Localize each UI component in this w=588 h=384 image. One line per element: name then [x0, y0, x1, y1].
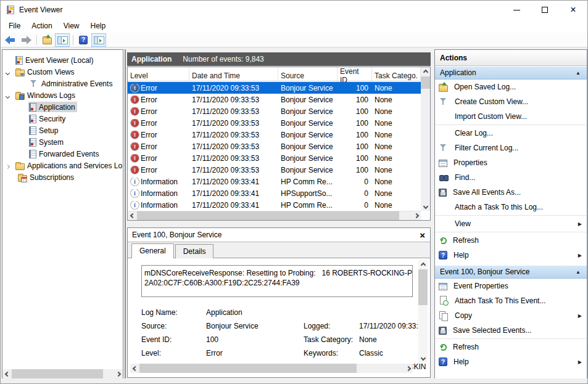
scrollbar-thumb[interactable]: [418, 269, 428, 305]
action-properties[interactable]: Properties: [435, 155, 587, 170]
tree-item-subscriptions[interactable]: Subscriptions: [2, 171, 123, 183]
close-button[interactable]: ×: [559, 1, 587, 19]
chevron-left-icon: [130, 213, 135, 218]
tree-label: Forwarded Events: [39, 150, 99, 158]
menu-action[interactable]: Action: [26, 20, 57, 32]
event-row[interactable]: Error 17/11/2020 09:33:53 Bonjour Servic…: [128, 152, 421, 164]
collapse-icon[interactable]: ▲: [576, 269, 581, 275]
action-attach-task-to-event[interactable]: Attach Task To This Event...: [435, 293, 587, 308]
forward-button[interactable]: [19, 33, 33, 47]
chevron-down-icon[interactable]: [6, 91, 15, 100]
tree-horizontal-scrollbar[interactable]: [2, 369, 123, 378]
scrollbar-thumb[interactable]: [137, 211, 399, 221]
actions-section-event[interactable]: Event 100, Bonjour Service ▲: [435, 265, 587, 279]
error-icon: [131, 96, 139, 104]
toggle-action-pane-button[interactable]: [91, 33, 106, 47]
action-create-custom-view[interactable]: Create Custom View...: [435, 94, 587, 109]
scroll-up-button[interactable]: [421, 67, 430, 76]
minimize-button[interactable]: [502, 1, 531, 19]
action-pane-icon: [94, 36, 104, 44]
tree-label: Setup: [39, 126, 58, 135]
event-message-line: mDNSCoreReceiveResponse: Resetting to Pr…: [144, 268, 410, 278]
detail-horizontal-scrollbar[interactable]: [130, 364, 413, 373]
tree-item-applications-services-logs[interactable]: Applications and Services Lo: [2, 160, 123, 171]
action-attach-task-to-log[interactable]: Attach a Task To this Log...: [435, 200, 587, 214]
maximize-button[interactable]: [531, 1, 559, 19]
scroll-down-button[interactable]: [421, 202, 430, 211]
scroll-right-button[interactable]: [404, 364, 413, 373]
event-row[interactable]: Information 17/11/2020 09:33:41 HP Comm …: [128, 199, 421, 211]
menu-view[interactable]: View: [58, 20, 85, 32]
chevron-right-icon[interactable]: [6, 161, 15, 170]
toggle-console-tree-button[interactable]: [55, 33, 70, 47]
open-saved-log-button[interactable]: [39, 33, 54, 47]
create-custom-view-icon: [439, 97, 449, 107]
scrollbar-thumb[interactable]: [139, 364, 357, 373]
tree-item-forwarded-events[interactable]: Forwarded Events: [2, 148, 123, 160]
scroll-left-button[interactable]: [2, 369, 12, 378]
event-row[interactable]: Error 17/11/2020 09:33:53 Bonjour Servic…: [128, 117, 421, 129]
action-refresh-event[interactable]: Refresh: [435, 340, 587, 354]
scroll-down-button[interactable]: [418, 353, 428, 362]
back-icon: [4, 35, 17, 45]
event-row[interactable]: Error 17/11/2020 09:33:53 Bonjour Servic…: [128, 105, 421, 117]
action-open-saved-log[interactable]: Open Saved Log...: [435, 80, 587, 94]
collapse-icon[interactable]: ▲: [576, 70, 581, 76]
action-find[interactable]: Find...: [435, 170, 587, 185]
scroll-left-button[interactable]: [128, 211, 137, 221]
action-help[interactable]: Help ▶: [435, 248, 587, 263]
action-refresh[interactable]: Refresh: [435, 233, 587, 248]
action-copy[interactable]: Copy ▶: [435, 308, 587, 323]
chevron-left-icon: [132, 366, 137, 370]
action-import-custom-view[interactable]: Import Custom View...: [435, 109, 587, 124]
event-message-box[interactable]: mDNSCoreReceiveResponse: Resetting to Pr…: [141, 265, 413, 297]
tab-general[interactable]: General: [131, 243, 174, 258]
action-help-event[interactable]: Help ▶: [435, 354, 587, 369]
event-row[interactable]: Error 17/11/2020 09:33:53 Bonjour Servic…: [128, 141, 421, 152]
detail-vertical-scrollbar[interactable]: [418, 260, 428, 362]
action-filter-current-log[interactable]: Filter Current Log...: [435, 141, 587, 155]
back-button[interactable]: [3, 33, 18, 47]
scroll-right-button[interactable]: [114, 369, 123, 378]
panel-splitter[interactable]: [125, 49, 126, 379]
action-save-all-events-as[interactable]: Save All Events As...: [435, 185, 587, 200]
tree-item-administrative-events[interactable]: Administrative Events: [2, 78, 123, 89]
event-row[interactable]: Error 17/11/2020 09:33:53 Bonjour Servic…: [128, 82, 421, 94]
event-list-vertical-scrollbar[interactable]: [421, 67, 430, 211]
scroll-right-button[interactable]: [412, 211, 421, 221]
tree-item-event-viewer-local[interactable]: Event Viewer (Local): [2, 54, 123, 66]
tree-item-setup[interactable]: Setup: [2, 125, 123, 136]
action-save-selected-events[interactable]: Save Selected Events...: [435, 323, 587, 338]
menu-help[interactable]: Help: [85, 20, 112, 32]
menu-file[interactable]: File: [3, 20, 26, 32]
task-category-value: None: [359, 335, 377, 344]
tree-label: Windows Logs: [27, 91, 75, 100]
tab-details[interactable]: Details: [175, 244, 214, 258]
task-category-label: Task Category:: [304, 335, 359, 344]
chevron-down-icon[interactable]: [6, 68, 15, 76]
actions-section-application[interactable]: Application ▲: [435, 66, 587, 80]
help-button[interactable]: [76, 33, 91, 47]
scrollbar-thumb[interactable]: [421, 76, 430, 89]
scroll-left-button[interactable]: [130, 364, 139, 373]
scrollbar-thumb[interactable]: [12, 369, 103, 378]
chevron-right-icon: [405, 366, 410, 370]
scroll-up-button[interactable]: [418, 260, 428, 269]
tree-item-windows-logs[interactable]: Windows Logs: [2, 89, 123, 101]
event-row[interactable]: Information 17/11/2020 09:33:41 HPSuppor…: [128, 187, 421, 199]
event-row[interactable]: Information 17/11/2020 09:33:41 HP Comm …: [128, 176, 421, 187]
tree-item-system[interactable]: System: [2, 136, 123, 148]
event-row[interactable]: Error 17/11/2020 09:33:53 Bonjour Servic…: [128, 94, 421, 105]
action-clear-log[interactable]: Clear Log...: [435, 126, 587, 141]
source-value: Bonjour Service: [206, 322, 259, 330]
detail-close-button[interactable]: ×: [420, 231, 425, 240]
action-view[interactable]: View ▶: [435, 216, 587, 231]
event-list-horizontal-scrollbar[interactable]: [128, 211, 421, 220]
event-row[interactable]: Error 17/11/2020 09:33:53 Bonjour Servic…: [128, 164, 421, 176]
tree-item-custom-views[interactable]: Custom Views: [2, 66, 123, 78]
tree-item-application[interactable]: Application: [2, 101, 123, 113]
maximize-icon: [542, 7, 548, 13]
event-row[interactable]: Error 17/11/2020 09:33:53 Bonjour Servic…: [128, 129, 421, 141]
action-event-properties[interactable]: Event Properties: [435, 279, 587, 293]
tree-item-security[interactable]: Security: [2, 113, 123, 125]
